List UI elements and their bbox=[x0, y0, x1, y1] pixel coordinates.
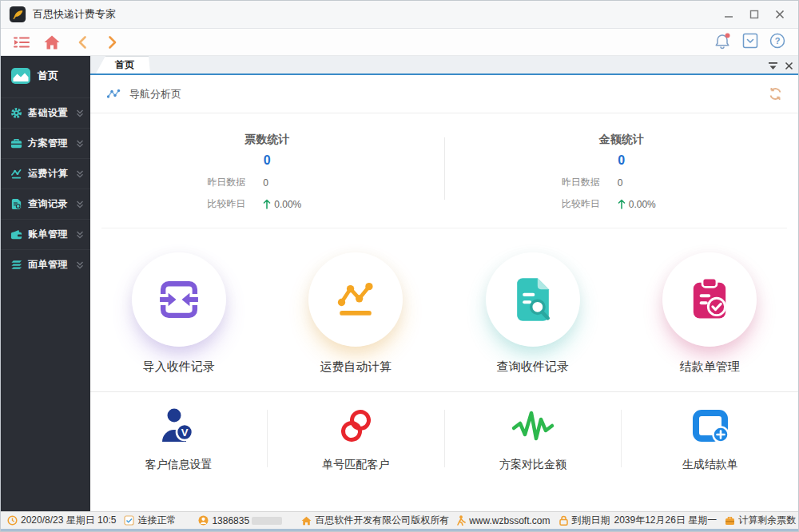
tools-row: V 客户信息设置 单号匹配客户 bbox=[90, 391, 798, 511]
sidebar-item-home[interactable]: 首页 bbox=[1, 56, 90, 97]
updates-checkbox-icon[interactable] bbox=[742, 33, 758, 52]
sidebar-item-label: 基础设置 bbox=[28, 106, 76, 120]
action-label: 导入收件记录 bbox=[143, 359, 215, 375]
tool-label: 方案对比金额 bbox=[499, 458, 566, 472]
stat-title: 票数统计 bbox=[207, 133, 327, 147]
sidebar-item-plan-management[interactable]: 方案管理 bbox=[1, 128, 90, 158]
yesterday-value: 0 bbox=[618, 177, 623, 189]
customer-info-settings-button[interactable]: V 客户信息设置 bbox=[90, 403, 267, 511]
line-chart-icon bbox=[333, 277, 378, 322]
notifications-bell-icon[interactable] bbox=[714, 32, 731, 53]
app-logo-icon bbox=[9, 6, 26, 23]
yesterday-value: 0 bbox=[263, 177, 268, 189]
chevron-down-icon bbox=[76, 170, 84, 178]
sidebar-item-query-records[interactable]: 查询记录 bbox=[1, 189, 90, 219]
sidebar-item-label: 查询记录 bbox=[28, 197, 76, 211]
home-tile-icon bbox=[10, 66, 31, 86]
yesterday-label: 昨日数据 bbox=[562, 176, 600, 189]
sidebar-item-label: 运费计算 bbox=[28, 167, 76, 181]
status-expiry: 到期日期 2039年12月26日 星期一 bbox=[559, 514, 718, 527]
status-bar: 2020/8/23 星期日 10:5 连接正常 1386835 百思软件开发有限… bbox=[1, 511, 798, 529]
sidebar-item-basic-settings[interactable]: 基础设置 bbox=[1, 97, 90, 128]
stat-value: 0 bbox=[562, 153, 682, 168]
quick-actions-row: 导入收件记录 运费自动计算 bbox=[90, 228, 798, 391]
generate-settlement-button[interactable]: 生成结款单 bbox=[622, 403, 798, 511]
up-arrow-icon bbox=[263, 199, 271, 209]
link-icon bbox=[335, 407, 376, 445]
ticket-count-stat: 票数统计 0 昨日数据 0 比较昨日 0.00% bbox=[90, 133, 444, 228]
compare-label: 比较昨日 bbox=[562, 197, 600, 211]
tab-home[interactable]: 首页 bbox=[96, 56, 150, 73]
pulse-icon bbox=[511, 408, 555, 443]
compare-value: 0.00% bbox=[274, 199, 301, 210]
merge-arrows-icon bbox=[157, 277, 201, 322]
status-remaining-tickets: 计算剩余票数 0 bbox=[725, 514, 799, 527]
status-datetime: 2020/8/23 星期日 10:5 bbox=[7, 514, 116, 527]
sidebar-item-label: 方案管理 bbox=[28, 137, 76, 150]
document-search-icon bbox=[512, 277, 554, 322]
collapse-menu-button[interactable] bbox=[10, 32, 33, 53]
svg-text:V: V bbox=[181, 427, 189, 439]
auto-calculate-button[interactable]: 运费自动计算 bbox=[268, 252, 445, 391]
app-window: 百思快递计费专家 bbox=[0, 0, 799, 532]
tab-label: 首页 bbox=[115, 58, 134, 72]
action-label: 运费自动计算 bbox=[320, 359, 392, 375]
tool-label: 客户信息设置 bbox=[145, 458, 212, 472]
plan-compare-button[interactable]: 方案对比金额 bbox=[445, 403, 622, 511]
window-bottom-edge bbox=[1, 529, 798, 531]
status-account: 1386835 bbox=[198, 515, 282, 526]
chart-icon bbox=[10, 168, 22, 180]
match-customer-button[interactable]: 单号匹配客户 bbox=[268, 403, 444, 511]
chevron-down-icon bbox=[76, 140, 84, 148]
window-title: 百思快递计费专家 bbox=[33, 7, 718, 22]
stat-value: 0 bbox=[207, 153, 327, 168]
sidebar-item-bill-management[interactable]: 账单管理 bbox=[1, 219, 90, 249]
tab-list-icon[interactable] bbox=[768, 62, 778, 70]
stats-row: 票数统计 0 昨日数据 0 比较昨日 0.00% bbox=[90, 113, 798, 228]
sidebar-item-label: 面单管理 bbox=[28, 258, 76, 272]
back-button[interactable] bbox=[71, 32, 93, 53]
chevron-down-icon bbox=[76, 231, 84, 239]
tab-close-icon[interactable] bbox=[785, 62, 793, 70]
sidebar: 首页 基础设置 方案管理 bbox=[1, 56, 90, 511]
refresh-icon[interactable] bbox=[769, 87, 782, 101]
briefcase-small-icon bbox=[725, 515, 735, 526]
compare-label: 比较昨日 bbox=[207, 197, 245, 211]
sidebar-item-label: 首页 bbox=[38, 69, 58, 83]
tab-bar: 首页 bbox=[90, 56, 798, 75]
briefcase-icon bbox=[10, 137, 22, 149]
help-icon[interactable]: ? bbox=[769, 33, 785, 52]
query-records-button[interactable]: 查询收件记录 bbox=[444, 252, 622, 391]
import-records-button[interactable]: 导入收件记录 bbox=[90, 252, 268, 391]
walker-icon bbox=[457, 515, 466, 526]
toolbar: ? bbox=[1, 29, 798, 56]
action-label: 结款单管理 bbox=[680, 359, 740, 375]
chevron-down-icon bbox=[76, 109, 84, 117]
clock-icon bbox=[7, 515, 18, 526]
gear-icon bbox=[10, 107, 22, 119]
home-small-icon bbox=[301, 516, 312, 526]
tool-label: 生成结款单 bbox=[682, 458, 738, 472]
sidebar-item-freight-calculation[interactable]: 运费计算 bbox=[1, 158, 90, 189]
clipboard-check-icon bbox=[690, 277, 729, 322]
sidebar-item-label: 账单管理 bbox=[28, 228, 76, 241]
stat-title: 金额统计 bbox=[562, 133, 682, 147]
lock-icon bbox=[559, 515, 569, 526]
compare-value: 0.00% bbox=[629, 199, 656, 210]
blurred-text bbox=[252, 517, 282, 525]
page-title: 导航分析页 bbox=[129, 87, 181, 101]
amount-stat: 金额统计 0 昨日数据 0 比较昨日 0.00% bbox=[445, 133, 799, 228]
analytics-zigzag-icon bbox=[106, 88, 121, 100]
settlement-management-button[interactable]: 结款单管理 bbox=[622, 252, 799, 391]
navigation-analysis-page: 票数统计 0 昨日数据 0 比较昨日 0.00% bbox=[90, 113, 798, 511]
maximize-button[interactable] bbox=[744, 5, 765, 24]
tool-label: 单号匹配客户 bbox=[322, 458, 389, 472]
forward-button[interactable] bbox=[101, 32, 124, 53]
minimize-button[interactable] bbox=[718, 5, 739, 24]
close-button[interactable] bbox=[769, 5, 790, 24]
home-button[interactable] bbox=[41, 32, 63, 53]
doc-search-icon bbox=[10, 198, 22, 210]
sidebar-item-waybill-management[interactable]: 面单管理 bbox=[1, 249, 90, 280]
user-badge-icon: V bbox=[158, 407, 198, 445]
page-header: 导航分析页 bbox=[90, 75, 798, 113]
